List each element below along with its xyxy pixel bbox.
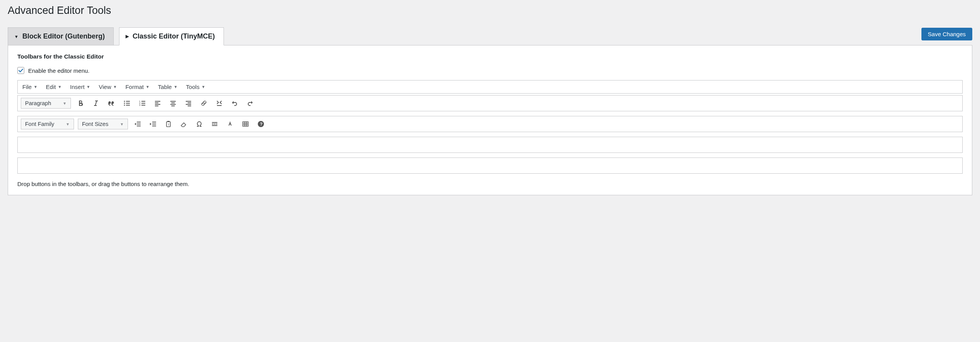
svg-rect-33 bbox=[212, 122, 217, 123]
caret-down-icon: ▼ bbox=[63, 101, 67, 106]
caret-down-icon: ▼ bbox=[202, 85, 205, 89]
text-color-icon bbox=[226, 120, 234, 128]
help-icon: ? bbox=[257, 120, 265, 128]
svg-rect-23 bbox=[188, 106, 191, 106]
svg-rect-20 bbox=[186, 101, 191, 102]
align-center-icon bbox=[169, 99, 177, 107]
caret-down-icon: ▼ bbox=[14, 34, 18, 39]
format-dropdown[interactable]: Paragraph ▼ bbox=[21, 98, 71, 109]
svg-point-4 bbox=[124, 105, 125, 106]
svg-point-2 bbox=[124, 103, 125, 104]
indent-icon bbox=[149, 120, 157, 128]
outdent-button[interactable] bbox=[132, 118, 143, 130]
svg-rect-16 bbox=[170, 101, 176, 102]
caret-down-icon: ▼ bbox=[120, 122, 124, 126]
help-text: Drop buttons in the toolbars, or drag th… bbox=[17, 181, 963, 187]
checkmark-icon bbox=[18, 68, 24, 73]
italic-icon bbox=[92, 99, 100, 107]
svg-rect-3 bbox=[126, 103, 130, 104]
paste-text-button[interactable]: T bbox=[163, 118, 174, 130]
svg-rect-34 bbox=[212, 124, 213, 124]
hr-button[interactable] bbox=[209, 118, 220, 130]
svg-rect-25 bbox=[137, 124, 141, 124]
clipboard-icon: T bbox=[165, 120, 172, 128]
menu-table[interactable]: Table▼ bbox=[156, 82, 179, 92]
text-color-button[interactable] bbox=[224, 118, 236, 130]
blockquote-button[interactable] bbox=[106, 97, 117, 109]
insert-more-button[interactable] bbox=[213, 97, 225, 109]
align-left-icon bbox=[154, 99, 161, 107]
menu-insert[interactable]: Insert▼ bbox=[69, 82, 92, 92]
bold-icon bbox=[77, 99, 84, 107]
svg-rect-27 bbox=[152, 122, 156, 122]
svg-rect-15 bbox=[155, 106, 158, 106]
font-sizes-dropdown[interactable]: Font Sizes ▼ bbox=[78, 119, 128, 129]
svg-rect-11 bbox=[141, 105, 145, 106]
svg-rect-31 bbox=[167, 121, 170, 122]
svg-rect-36 bbox=[216, 124, 217, 124]
page-title: Advanced Editor Tools bbox=[8, 5, 972, 17]
menu-view[interactable]: View▼ bbox=[97, 82, 118, 92]
undo-icon bbox=[231, 99, 239, 107]
omega-icon bbox=[195, 120, 203, 128]
caret-down-icon: ▼ bbox=[174, 85, 178, 89]
svg-rect-28 bbox=[152, 124, 156, 124]
svg-text:?: ? bbox=[260, 122, 263, 126]
italic-button[interactable] bbox=[90, 97, 102, 109]
bullet-list-button[interactable] bbox=[121, 97, 133, 109]
more-break-icon bbox=[215, 99, 223, 107]
svg-rect-38 bbox=[243, 122, 248, 126]
svg-rect-35 bbox=[214, 124, 215, 124]
align-left-button[interactable] bbox=[152, 97, 163, 109]
svg-rect-9 bbox=[141, 103, 145, 104]
svg-text:3: 3 bbox=[139, 104, 141, 106]
align-right-button[interactable] bbox=[183, 97, 194, 109]
enable-menu-checkbox[interactable] bbox=[17, 67, 24, 74]
outdent-icon bbox=[134, 120, 141, 128]
menu-file[interactable]: File▼ bbox=[21, 82, 39, 92]
bold-button[interactable] bbox=[75, 97, 86, 109]
toolbar-row-1[interactable]: Paragraph ▼ 123 bbox=[17, 95, 963, 111]
svg-rect-22 bbox=[186, 104, 191, 105]
numbered-list-button[interactable]: 123 bbox=[136, 97, 148, 109]
svg-rect-26 bbox=[137, 126, 141, 126]
svg-point-0 bbox=[124, 101, 125, 102]
link-button[interactable] bbox=[198, 97, 210, 109]
font-family-dropdown[interactable]: Font Family ▼ bbox=[21, 119, 74, 129]
svg-text:T: T bbox=[168, 123, 170, 126]
svg-rect-29 bbox=[152, 126, 156, 126]
help-button[interactable]: ? bbox=[255, 118, 267, 130]
clear-formatting-button[interactable] bbox=[178, 118, 190, 130]
table-button[interactable] bbox=[240, 118, 251, 130]
menu-tools[interactable]: Tools▼ bbox=[185, 82, 207, 92]
svg-rect-1 bbox=[126, 101, 130, 102]
tab-block-editor[interactable]: ▼ Block Editor (Gutenberg) bbox=[8, 27, 114, 45]
svg-rect-14 bbox=[155, 104, 160, 105]
menu-edit[interactable]: Edit▼ bbox=[44, 82, 63, 92]
svg-rect-17 bbox=[171, 102, 175, 103]
caret-right-icon: ▶ bbox=[126, 34, 129, 39]
tab-label: Classic Editor (TinyMCE) bbox=[133, 32, 215, 40]
align-center-button[interactable] bbox=[167, 97, 179, 109]
menu-format[interactable]: Format▼ bbox=[124, 82, 151, 92]
table-icon bbox=[242, 120, 249, 128]
tab-label: Block Editor (Gutenberg) bbox=[22, 32, 105, 40]
tabs: ▼ Block Editor (Gutenberg) ▶ Classic Edi… bbox=[8, 27, 224, 45]
link-icon bbox=[200, 99, 208, 107]
align-right-icon bbox=[185, 99, 192, 107]
svg-rect-21 bbox=[188, 102, 191, 103]
indent-button[interactable] bbox=[147, 118, 159, 130]
toolbar-row-4[interactable] bbox=[17, 158, 963, 174]
hr-icon bbox=[211, 120, 219, 128]
toolbar-row-2[interactable]: Font Family ▼ Font Sizes ▼ T bbox=[17, 116, 963, 132]
tab-classic-editor[interactable]: ▶ Classic Editor (TinyMCE) bbox=[119, 27, 224, 45]
undo-button[interactable] bbox=[229, 97, 240, 109]
quote-icon bbox=[108, 99, 115, 107]
redo-button[interactable] bbox=[244, 97, 256, 109]
toolbar-row-3[interactable] bbox=[17, 137, 963, 153]
numbered-list-icon: 123 bbox=[138, 99, 146, 107]
svg-rect-5 bbox=[126, 105, 130, 106]
save-changes-button[interactable]: Save Changes bbox=[921, 28, 972, 40]
caret-down-icon: ▼ bbox=[34, 85, 37, 89]
special-character-button[interactable] bbox=[193, 118, 205, 130]
